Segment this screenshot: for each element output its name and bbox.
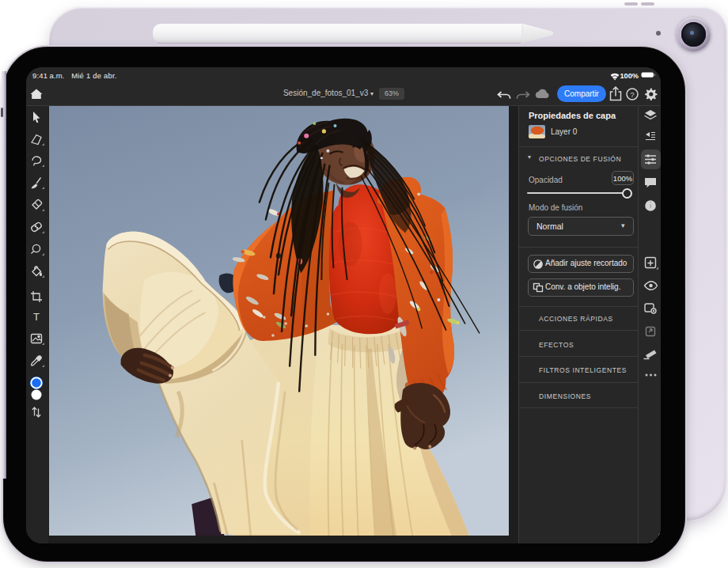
svg-text:T: T — [33, 311, 40, 323]
svg-text:100%: 100% — [620, 72, 639, 80]
svg-text:?: ? — [630, 91, 634, 99]
